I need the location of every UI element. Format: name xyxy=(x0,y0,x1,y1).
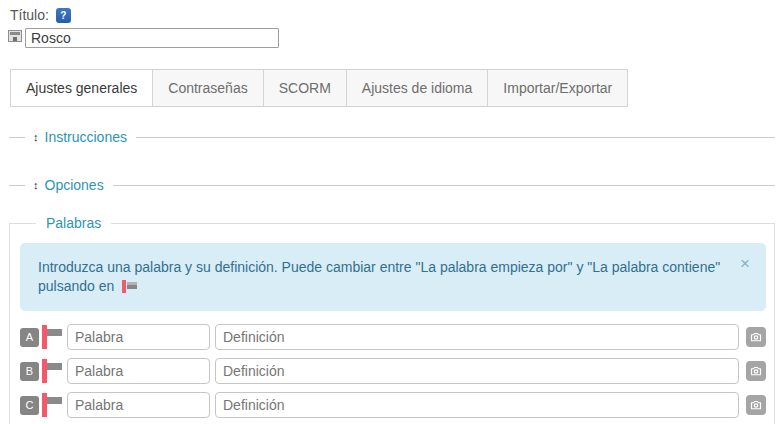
definition-input[interactable] xyxy=(215,324,739,350)
divider-line xyxy=(136,137,775,138)
word-row: A xyxy=(20,324,766,350)
info-alert-text: Introduzca una palabra y su definición. … xyxy=(38,259,720,294)
divider-line xyxy=(9,185,25,186)
definition-input[interactable] xyxy=(215,392,739,418)
tab-bar: Ajustes generales Contraseñas SCORM Ajus… xyxy=(10,69,628,107)
divider-line xyxy=(9,137,25,138)
flag-bar-shape xyxy=(47,363,62,370)
camera-button[interactable] xyxy=(746,361,766,381)
flag-icon xyxy=(122,280,137,293)
word-row: B xyxy=(20,358,766,384)
word-input[interactable] xyxy=(67,324,210,350)
flag-toggle-button[interactable] xyxy=(40,358,64,384)
flag-toggle-button[interactable] xyxy=(40,324,64,350)
word-input[interactable] xyxy=(67,358,210,384)
letter-badge: C xyxy=(20,396,39,415)
expand-collapse-icon[interactable]: ↕ xyxy=(33,180,39,191)
flag-toggle-button[interactable] xyxy=(40,392,64,418)
flag-bar-shape xyxy=(127,282,137,289)
camera-button[interactable] xyxy=(746,327,766,347)
title-label: Título: xyxy=(10,7,49,23)
tab-ajustes-generales[interactable]: Ajustes generales xyxy=(11,70,153,106)
word-input[interactable] xyxy=(67,392,210,418)
flag-bar-shape xyxy=(47,329,62,336)
camera-icon xyxy=(750,365,762,377)
title-input[interactable] xyxy=(25,28,279,48)
section-words: Palabras Introduzca una palabra y su def… xyxy=(9,215,775,424)
options-label[interactable]: Opciones xyxy=(45,177,104,193)
word-rows: A B xyxy=(20,324,766,424)
camera-icon xyxy=(750,399,762,411)
tab-scorm[interactable]: SCORM xyxy=(264,70,347,106)
divider-line xyxy=(113,185,775,186)
definition-input[interactable] xyxy=(215,358,739,384)
monitor-icon xyxy=(8,30,22,46)
info-alert: Introduzca una palabra y su definición. … xyxy=(20,243,766,311)
letter-badge: B xyxy=(20,362,39,381)
flag-pole-shape xyxy=(122,280,126,293)
tab-importar-exportar[interactable]: Importar/Exportar xyxy=(488,70,627,106)
camera-button[interactable] xyxy=(746,395,766,415)
section-options[interactable]: ↕ Opciones xyxy=(9,177,775,193)
tab-contraseñas[interactable]: Contraseñas xyxy=(153,70,263,106)
title-field-row xyxy=(8,28,784,48)
alert-close-button[interactable]: × xyxy=(738,253,752,274)
letter-badge: A xyxy=(20,328,39,347)
word-row: C xyxy=(20,392,766,418)
title-header: Título: ? xyxy=(10,7,784,23)
flag-bar-shape xyxy=(47,397,62,404)
section-instructions[interactable]: ↕ Instrucciones xyxy=(9,129,775,145)
instructions-label[interactable]: Instrucciones xyxy=(45,129,127,145)
tab-ajustes-de-idioma[interactable]: Ajustes de idioma xyxy=(347,70,489,106)
camera-icon xyxy=(750,331,762,343)
help-icon[interactable]: ? xyxy=(56,8,71,23)
words-legend: Palabras xyxy=(36,215,111,231)
expand-collapse-icon[interactable]: ↕ xyxy=(33,132,39,143)
